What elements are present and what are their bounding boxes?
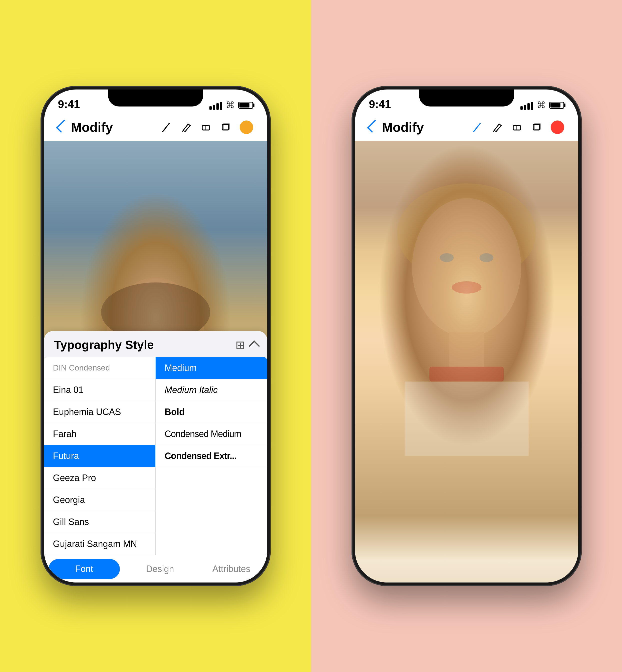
- back-arrow-icon: [56, 120, 69, 133]
- svg-point-21: [479, 253, 493, 262]
- right-wifi-icon: ⌘: [537, 100, 546, 111]
- right-notch: [419, 89, 514, 107]
- list-item[interactable]: Gujarati Sangam MN: [44, 533, 156, 555]
- status-time: 9:41: [58, 98, 80, 111]
- right-eraser-tool[interactable]: [512, 122, 522, 133]
- list-item[interactable]: DIN Condensed: [44, 357, 156, 379]
- right-nav-bar: Modify: [355, 113, 578, 141]
- nav-tools: [162, 120, 253, 134]
- style-item[interactable]: Condensed Medium: [156, 423, 267, 445]
- list-item[interactable]: Geeza Pro: [44, 467, 156, 489]
- style-item[interactable]: Bold: [156, 401, 267, 423]
- pencil-tool[interactable]: [181, 122, 192, 133]
- bar2: [213, 105, 215, 110]
- pen-tool[interactable]: [162, 122, 172, 133]
- tab-design[interactable]: Design: [124, 555, 196, 583]
- style-item-selected[interactable]: Medium: [156, 357, 267, 379]
- tab-bar: Font Design Attributes: [44, 555, 267, 583]
- battery-icon: [238, 102, 253, 109]
- list-item[interactable]: Euphemia UCAS: [44, 401, 156, 423]
- font-style-columns: DIN Condensed Eina 01 Euphemia UCAS Fara…: [44, 357, 267, 555]
- bar1: [520, 106, 523, 110]
- right-nav-tools: [473, 120, 564, 134]
- collapse-icon[interactable]: [248, 340, 260, 351]
- right-back-arrow-icon: [367, 120, 380, 133]
- status-icons: ⌘: [209, 100, 253, 111]
- signal-icon: [209, 101, 222, 110]
- list-item[interactable]: Farah: [44, 423, 156, 445]
- right-battery-fill: [550, 103, 560, 108]
- right-battery-icon: [549, 102, 564, 109]
- svg-rect-14: [513, 125, 521, 130]
- notch: [108, 89, 203, 107]
- nav-title: Modify: [71, 120, 156, 135]
- svg-point-20: [440, 253, 454, 262]
- right-layers-tool[interactable]: [531, 122, 542, 133]
- layers-tool[interactable]: [220, 122, 231, 133]
- svg-line-13: [494, 130, 494, 132]
- battery-fill: [239, 103, 249, 108]
- right-photo-area: [355, 141, 578, 583]
- list-item[interactable]: Gill Sans: [44, 511, 156, 533]
- right-screen: 9:41 ⌘: [355, 89, 578, 583]
- nav-bar: Modify: [44, 113, 267, 141]
- photo-area: Brunet? Typography Style ⊞: [44, 141, 267, 583]
- bar2: [524, 105, 526, 110]
- svg-rect-24: [429, 367, 504, 381]
- left-panel: 9:41 ⌘: [0, 0, 311, 672]
- wifi-icon: ⌘: [226, 100, 235, 111]
- list-item[interactable]: Georgia: [44, 489, 156, 511]
- right-signal-icon: [520, 101, 533, 110]
- tab-font[interactable]: Font: [48, 559, 120, 579]
- bar4: [531, 102, 533, 110]
- right-status-icons: ⌘: [520, 100, 564, 111]
- left-screen: 9:41 ⌘: [44, 89, 267, 583]
- svg-line-2: [183, 130, 183, 132]
- right-pencil-tool[interactable]: [492, 122, 503, 133]
- right-status-time: 9:41: [369, 98, 391, 111]
- svg-line-12: [474, 130, 475, 132]
- svg-point-19: [412, 198, 521, 337]
- list-item-selected[interactable]: Futura: [44, 445, 156, 467]
- list-item[interactable]: Eina 01: [44, 379, 156, 401]
- eraser-tool[interactable]: [201, 122, 211, 133]
- right-phone: 9:41 ⌘: [351, 86, 582, 586]
- grid-icon[interactable]: ⊞: [236, 338, 245, 352]
- bar3: [527, 103, 530, 110]
- style-item[interactable]: Medium Italic: [156, 379, 267, 401]
- svg-rect-3: [202, 125, 210, 130]
- tab-attributes[interactable]: Attributes: [196, 555, 267, 583]
- panel-header-icons: ⊞: [236, 338, 257, 352]
- blonde-photo: [355, 141, 578, 583]
- style-item[interactable]: Condensed Extr...: [156, 445, 267, 467]
- svg-point-22: [452, 281, 481, 294]
- right-screen-inner: 9:41 ⌘: [355, 89, 578, 583]
- left-screen-inner: 9:41 ⌘: [44, 89, 267, 583]
- svg-rect-25: [405, 381, 529, 456]
- panel-header: Typography Style ⊞: [44, 338, 267, 357]
- bar4: [220, 102, 222, 110]
- right-nav-title: Modify: [382, 120, 466, 135]
- right-pen-tool[interactable]: [473, 122, 483, 133]
- right-color-swatch[interactable]: [551, 120, 564, 134]
- svg-line-1: [163, 130, 164, 132]
- panel-title: Typography Style: [54, 338, 154, 352]
- left-phone: 9:41 ⌘: [40, 86, 271, 586]
- font-list[interactable]: DIN Condensed Eina 01 Euphemia UCAS Fara…: [44, 357, 156, 555]
- bar3: [216, 103, 219, 110]
- right-panel: 9:41 ⌘: [311, 0, 622, 672]
- right-back-button[interactable]: [369, 121, 376, 133]
- color-swatch[interactable]: [240, 120, 253, 134]
- back-button[interactable]: [58, 121, 65, 133]
- typography-panel: Typography Style ⊞ DIN Condensed: [44, 331, 267, 583]
- style-list[interactable]: Medium Medium Italic Bold Condensed Medi…: [156, 357, 267, 555]
- bar1: [209, 106, 212, 110]
